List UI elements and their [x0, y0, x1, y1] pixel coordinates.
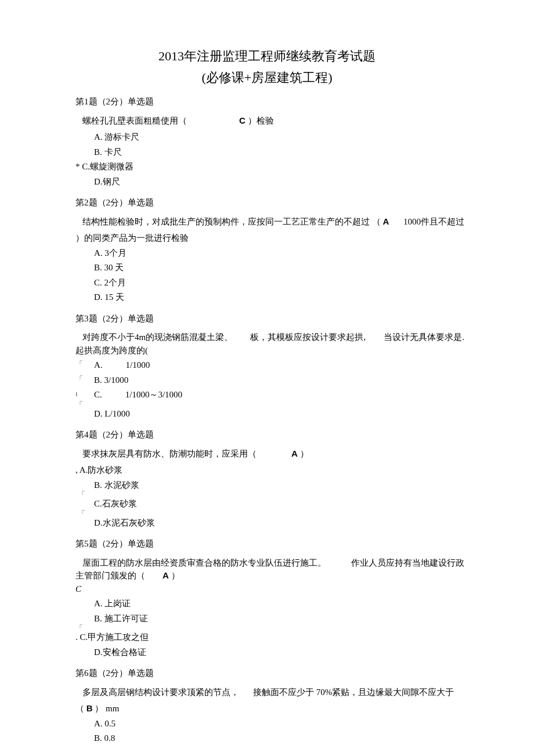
q2-note: 1000件且不超过 [403, 215, 464, 229]
q3-stem-wrap: 对跨度不小于4m的现浇钢筋混凝土梁、板，其模板应按设计要求起拱, 当设计无具体要… [75, 331, 459, 357]
q6-stem-a: 多层及高层钢结构设计要求顶紧的节点， [82, 688, 239, 697]
q3-opt-c-val: 1/1000～3/1000 [125, 390, 182, 399]
q4-stem: 要求抹灰层具有防水、防潮功能时，应采用（A ） [82, 447, 459, 461]
q1-opt-d[interactable]: D.钢尺 [94, 175, 459, 189]
q6-stem-line1: 多层及高层钢结构设计要求顶紧的节点，接触面不应少于 70%紧贴，且边缘最大间隙不… [82, 686, 459, 699]
q5-opt-c-text: . C.甲方施工攻之但 [75, 632, 149, 642]
q4-answer: A [291, 448, 298, 458]
q1-stem-b: ）检验 [248, 116, 274, 125]
q3-opt-d-text: D. L/1000 [94, 409, 130, 418]
q5-stem-wrap: 屋面工程的防水层由经资质审查合格的防水专业队伍进行施工。 作业人员应持有当地建设… [75, 556, 459, 596]
radio-icon: 「 [75, 359, 83, 370]
q5-stem-a: 屋面工程的防水层由经资质审查合格的防水专业队伍进行施工。 [82, 558, 326, 567]
q2-answer: A [383, 216, 389, 226]
q4-opt-d-text: D.水泥石灰砂浆 [94, 518, 155, 527]
q3-opt-b-text: B. 3/1000 [94, 375, 128, 385]
q5-header: 第5题（2分）单选题 [75, 537, 459, 551]
radio-icon: 「 [75, 374, 83, 385]
q3-header: 第3题（2分）单选题 [75, 312, 459, 325]
q2-stem: 结构性能检验时，对成批生产的预制构件，应按同一工艺正常生产的不超过 （ A [82, 215, 459, 229]
q6-answer: B [86, 703, 93, 713]
radio-icon: ı [75, 388, 78, 400]
q3-stem-b: 板，其模板应按设计要求起拱, [250, 332, 366, 342]
q2-opt-d[interactable]: D. 15 天 [94, 291, 459, 304]
q2-stem-line2: ）的同类产品为一批进行检验 [75, 231, 459, 245]
radio-icon: 「 [75, 399, 83, 411]
q5-opt-b[interactable]: B. 施工许可证 [94, 612, 459, 625]
q5-answer: A [163, 570, 169, 580]
q4-stem-b: ） [300, 449, 309, 458]
q1-header: 第1题（2分）单选题 [75, 95, 459, 108]
q6-stem-b: 接触面不应少于 70%紧贴，且边缘最大间隙不应大于 [253, 688, 454, 697]
q4-header: 第4题（2分）单选题 [75, 428, 459, 442]
q2-stem-wrap: 结构性能检验时，对成批生产的预制构件，应按同一工艺正常生产的不超过 （ A 10… [75, 215, 459, 245]
q3-opt-d[interactable]: 「D. L/1000 [94, 407, 459, 421]
q4-stem-a: 要求抹灰层具有防水、防潮功能时，应采用（ [82, 449, 257, 458]
q1-opt-c[interactable]: * C.螺旋测微器 [75, 160, 459, 173]
exam-subtitle: (必修课+房屋建筑工程) [75, 68, 459, 87]
q4-opt-d[interactable]: 「D.水泥石灰砂浆 [94, 516, 459, 530]
q1-opt-a[interactable]: A. 游标卡尺 [94, 131, 459, 144]
q3-options: 「A.1/1000 「B. 3/1000 ıC.1/1000～3/1000 「D… [94, 359, 459, 420]
q6-stem-c: （ [75, 704, 84, 713]
q1-stem-a: 螺栓孔孔壁表面粗糙使用（ [82, 116, 187, 125]
q6-opt-a[interactable]: A. 0.5 [94, 717, 459, 730]
q2-opt-c[interactable]: C. 2个月 [94, 276, 459, 290]
q3-opt-b[interactable]: 「B. 3/1000 [94, 374, 459, 387]
q6-header: 第6题（2分）单选题 [75, 667, 459, 680]
q5-opt-a[interactable]: A. 上岗证 [94, 597, 459, 610]
q6-opt-b[interactable]: B. 0.8 [94, 732, 459, 745]
q2-opt-b[interactable]: B. 30 天 [94, 261, 459, 274]
q2-header: 第2题（2分）单选题 [75, 196, 459, 209]
q3-stem-c: 当设计无具体要求是. [384, 331, 464, 344]
q1-options: A. 游标卡尺 B. 卡尺 * C.螺旋测微器 D.钢尺 [94, 131, 459, 188]
q4-options: , A.防水砂浆 B. 水泥砂浆 「C.石灰砂浆 「D.水泥石灰砂浆 [75, 464, 459, 529]
q4-opt-a[interactable]: , A.防水砂浆 [75, 464, 459, 477]
q3-opt-c[interactable]: ıC.1/1000～3/1000 [94, 388, 459, 401]
q4-opt-c-text: C.石灰砂浆 [94, 499, 137, 508]
q3-opt-a-label: A. [94, 360, 103, 370]
radio-icon: 「 [75, 623, 83, 634]
q6-stem-d: ） mm [95, 704, 119, 713]
q5-float-c: C [75, 583, 459, 596]
q5-stem-c: 主管部门颁发的（ [75, 571, 145, 580]
radio-icon: 「 [78, 489, 85, 501]
q5-stem-b: 作业人员应持有当地建设行政 [351, 556, 464, 570]
q3-opt-a[interactable]: 「A.1/1000 [94, 359, 459, 372]
q2-opt-a[interactable]: A. 3个月 [94, 247, 459, 260]
q4-opt-b[interactable]: B. 水泥砂浆 [94, 479, 459, 492]
q2-options: A. 3个月 B. 30 天 C. 2个月 D. 15 天 [94, 247, 459, 304]
q3-stem-a: 对跨度不小于4m的现浇钢筋混凝土梁、 [82, 332, 233, 342]
q5-stem-d: ） [171, 571, 180, 580]
q3-opt-a-val: 1/1000 [126, 360, 150, 370]
q5-options: A. 上岗证 B. 施工许可证 「. C.甲方施工攻之但 D.安检合格证 [94, 597, 459, 659]
q5-opt-c[interactable]: 「. C.甲方施工攻之但 [75, 631, 459, 644]
q3-opt-c-label: C. [94, 390, 102, 399]
q3-stem-d: 起拱高度为跨度的( [75, 344, 459, 357]
q1-opt-b[interactable]: B. 卡尺 [94, 146, 459, 159]
q5-opt-d[interactable]: D.安检合格证 [94, 646, 459, 659]
q5-stem-line2: 主管部门颁发的（A ） [75, 569, 459, 583]
q6-stem-line2: （ B ） mm [75, 702, 459, 715]
q6-options: A. 0.5 B. 0.8 [94, 717, 459, 745]
exam-title: 2013年注册监理工程师继续教育考试题 [75, 46, 459, 66]
q1-answer: C [239, 115, 246, 125]
q1-stem: 螺栓孔孔壁表面粗糙使用（C ）检验 [82, 114, 459, 128]
q4-opt-c[interactable]: 「C.石灰砂浆 [94, 497, 459, 511]
q2-stem-a: 结构性能检验时，对成批生产的预制构件，应按同一工艺正常生产的不超过 （ [82, 217, 381, 226]
radio-icon: 「 [78, 508, 85, 520]
